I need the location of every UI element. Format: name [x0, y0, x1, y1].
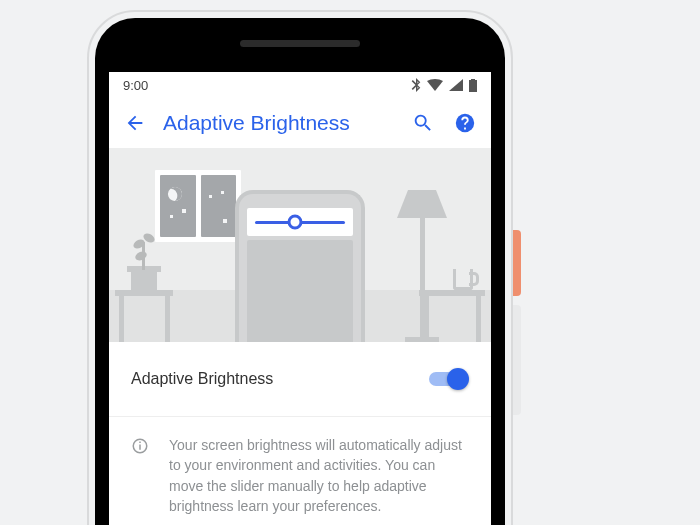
help-icon [454, 112, 476, 134]
search-icon [412, 112, 434, 134]
screen: 9:00 Adaptive Brightness [109, 72, 491, 525]
back-button[interactable] [121, 109, 149, 137]
phone-frame: 9:00 Adaptive Brightness [95, 18, 505, 525]
brightness-slider-illustration [255, 221, 345, 224]
volume-button [513, 305, 521, 415]
plant-illustration [131, 270, 157, 290]
wifi-icon [427, 79, 443, 91]
arrow-left-icon [124, 112, 146, 134]
cell-signal-icon [449, 79, 463, 91]
status-icons [411, 78, 477, 92]
window-illustration [155, 170, 241, 242]
cup-illustration [453, 269, 473, 290]
status-time: 9:00 [123, 78, 148, 93]
search-button[interactable] [409, 109, 437, 137]
info-text: Your screen brightness will automaticall… [169, 435, 469, 516]
help-button[interactable] [451, 109, 479, 137]
battery-icon [469, 79, 477, 92]
toggle-label: Adaptive Brightness [131, 370, 273, 388]
svg-rect-3 [139, 442, 141, 444]
page-title: Adaptive Brightness [163, 111, 395, 135]
adaptive-brightness-row: Adaptive Brightness [109, 342, 491, 417]
phone-illustration [235, 190, 365, 342]
info-icon [131, 437, 151, 459]
app-bar: Adaptive Brightness [109, 98, 491, 148]
adaptive-brightness-toggle[interactable] [429, 368, 469, 390]
moon-icon [166, 185, 184, 203]
power-button [513, 230, 521, 296]
speaker-grille [240, 40, 360, 47]
status-bar: 9:00 [109, 72, 491, 98]
bluetooth-icon [411, 78, 421, 92]
info-row: Your screen brightness will automaticall… [109, 417, 491, 525]
illustration [109, 148, 491, 342]
svg-rect-2 [139, 445, 141, 450]
